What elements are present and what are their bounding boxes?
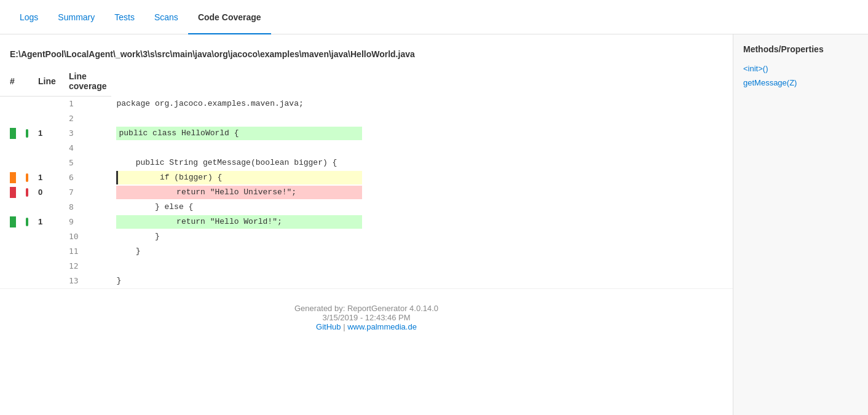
row-code-6: return "Hello Universe!"; (111, 185, 733, 200)
row-indicator-5 (0, 170, 21, 185)
col-header-line: Line (33, 69, 64, 97)
row-count-4 (33, 156, 64, 170)
method-link-1[interactable]: getMessage(Z) (743, 78, 858, 87)
footer-generated: Generated by: ReportGenerator 4.0.14.0 (0, 304, 733, 313)
nav-bar: Logs Summary Tests Scans Code Coverage (0, 0, 868, 34)
row-count-10 (33, 244, 64, 259)
row-count-5: 1 (33, 170, 64, 185)
nav-code-coverage[interactable]: Code Coverage (188, 0, 271, 34)
row-linenum-10: 11 (64, 244, 111, 259)
row-linenum-9: 10 (64, 229, 111, 244)
row-indicator-10 (0, 244, 21, 259)
row-linenum-4: 5 (64, 156, 111, 170)
row-code-5: if (bigger) { (111, 170, 733, 185)
row-count-12 (33, 274, 64, 288)
row-count-2: 1 (33, 126, 64, 141)
row-indicator-9 (0, 229, 21, 244)
row-code-12: } (111, 274, 733, 288)
footer-separator: | (341, 322, 348, 331)
row-code-1 (111, 111, 733, 126)
row-indicator-3 (0, 141, 21, 156)
row-linenum-11: 12 (64, 259, 111, 274)
row-linenum-6: 7 (64, 185, 111, 200)
row-code-0: package org.jacoco.examples.maven.java; (111, 97, 733, 112)
nav-summary[interactable]: Summary (48, 0, 105, 34)
row-indicator-0 (0, 97, 21, 112)
nav-logs[interactable]: Logs (10, 0, 48, 34)
row-count-11 (33, 259, 64, 274)
footer-github-link[interactable]: GitHub (316, 322, 341, 331)
row-indicator-2 (0, 126, 21, 141)
row-indicator-12 (0, 274, 21, 288)
footer: Generated by: ReportGenerator 4.0.14.0 3… (0, 288, 733, 341)
row-code-9: } (111, 229, 733, 244)
row-code-7: } else { (111, 200, 733, 215)
row-indicator-1 (0, 111, 21, 126)
row-linenum-1: 2 (64, 111, 111, 126)
row-count-3 (33, 141, 64, 156)
row-count-0 (33, 97, 64, 112)
row-indicator-11 (0, 259, 21, 274)
row-linenum-0: 1 (64, 97, 111, 112)
col-header-coverage: Line coverage (64, 69, 111, 97)
row-code-2: public class HelloWorld { (111, 126, 733, 141)
row-linenum-7: 8 (64, 200, 111, 215)
row-code-11 (111, 259, 733, 274)
footer-links: GitHub | www.palmmedia.de (0, 322, 733, 331)
row-linenum-12: 13 (64, 274, 111, 288)
row-linenum-3: 4 (64, 141, 111, 156)
row-code-10: } (111, 244, 733, 259)
row-indicator-4 (0, 156, 21, 170)
code-panel: E:\AgentPool\LocalAgent\_work\3\s\src\ma… (0, 34, 733, 415)
code-table: # Line Line coverage 1package org.jacoco… (0, 69, 733, 288)
row-linenum-2: 3 (64, 126, 111, 141)
row-count-6: 0 (33, 185, 64, 200)
row-linenum-8: 9 (64, 215, 111, 229)
row-count-1 (33, 111, 64, 126)
nav-scans[interactable]: Scans (144, 0, 188, 34)
row-indicator-6 (0, 185, 21, 200)
row-code-4: public String getMessage(boolean bigger)… (111, 156, 733, 170)
methods-list: <init>()getMessage(Z) (743, 64, 858, 87)
row-count-9 (33, 229, 64, 244)
row-indicator-8 (0, 215, 21, 229)
footer-website-link[interactable]: www.palmmedia.de (347, 322, 417, 331)
file-path: E:\AgentPool\LocalAgent\_work\3\s\src\ma… (0, 44, 733, 69)
right-panel-title: Methods/Properties (743, 44, 858, 54)
row-code-8: return "Hello World!"; (111, 215, 733, 229)
row-count-7 (33, 200, 64, 215)
row-linenum-5: 6 (64, 170, 111, 185)
method-link-0[interactable]: <init>() (743, 64, 858, 73)
nav-tests[interactable]: Tests (105, 0, 144, 34)
row-code-3 (111, 141, 733, 156)
right-panel: Methods/Properties <init>()getMessage(Z) (733, 34, 868, 415)
row-indicator-7 (0, 200, 21, 215)
footer-date: 3/15/2019 - 12:43:46 PM (0, 313, 733, 322)
col-header-hash: # (0, 69, 21, 97)
main-layout: E:\AgentPool\LocalAgent\_work\3\s\src\ma… (0, 34, 868, 415)
row-count-8: 1 (33, 215, 64, 229)
